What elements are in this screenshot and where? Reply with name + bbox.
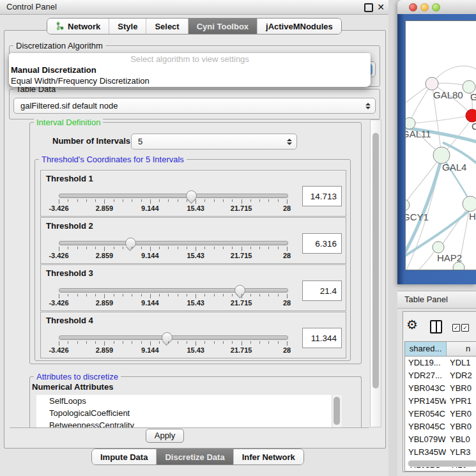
zoom-traffic-light-icon[interactable]	[432, 3, 440, 12]
tab-network[interactable]: Network	[47, 19, 109, 34]
table-row[interactable]: YLR345WYLR3	[405, 446, 476, 459]
threshold-label: Threshold 1	[46, 174, 93, 183]
cell-name[interactable]: YER0	[446, 408, 476, 420]
network-edge	[410, 84, 432, 123]
bottom-tab-bar: Impute DataDiscretize DataInfer Network	[91, 449, 304, 465]
threshold-3-slider[interactable]	[59, 288, 288, 293]
scrollbar-thumb[interactable]	[372, 133, 379, 388]
table-data-combo[interactable]: galFiltered.sif default node	[13, 98, 376, 114]
tick-label: 2.859	[96, 346, 114, 354]
scrollbar-thumb[interactable]	[334, 397, 340, 425]
slider-tick-labels: -3.4262.8599.14415.4321.71528	[59, 252, 287, 260]
threshold-4-value[interactable]: 11.344	[302, 328, 342, 348]
table-row[interactable]: YBR043CYBR0	[405, 382, 476, 395]
table-row[interactable]: YBL079WYBL0	[405, 433, 476, 446]
tab-jactivemnodules[interactable]: jActiveMNodules	[257, 19, 341, 34]
control-panel-window: Control Panel ✕ NetworkStyleSelectCyni T…	[0, 0, 388, 476]
tab-label: Impute Data	[100, 452, 148, 462]
close-traffic-light-icon[interactable]	[409, 3, 417, 12]
cyni-toolbox-panel: Discretization Algorithm Select algorith…	[4, 30, 386, 449]
tab-select[interactable]: Select	[146, 19, 187, 34]
cell-shared-name[interactable]: YBR045C	[405, 420, 446, 433]
list-scrollbar[interactable]	[332, 395, 342, 428]
cell-shared-name[interactable]: YER054C	[405, 408, 446, 420]
table-row[interactable]: YDR27...YDR2	[405, 369, 476, 382]
split-columns-icon[interactable]	[430, 320, 442, 334]
table-row[interactable]: YDL19...YDL1	[405, 357, 476, 369]
settings-scroll-viewport: Interval Definition Number of Intervals …	[10, 115, 369, 428]
tick-label: 21.715	[231, 346, 252, 354]
close-icon[interactable]: ✕	[377, 0, 385, 14]
apply-button[interactable]: Apply	[146, 429, 184, 443]
attribute-item-topologicalcoefficient[interactable]: TopologicalCoefficient	[36, 407, 342, 419]
node-label: H	[469, 211, 476, 222]
float-window-icon[interactable]	[364, 3, 373, 12]
checkbox-icon[interactable]: ✓	[452, 324, 460, 332]
cell-name[interactable]: YBR0	[446, 420, 476, 433]
bottom-tab-impute-data[interactable]: Impute Data	[92, 449, 156, 464]
bottom-tab-infer-network[interactable]: Infer Network	[233, 449, 303, 464]
column-header-shared-name[interactable]: shared...	[405, 342, 447, 356]
threshold-2-value[interactable]: 6.316	[302, 233, 342, 254]
node-c[interactable]	[466, 109, 476, 122]
dropdown-item-manual-discretization[interactable]: Manual Discretization	[9, 65, 371, 75]
minimize-traffic-light-icon[interactable]	[420, 3, 429, 12]
cell-shared-name[interactable]: YBL079W	[405, 433, 446, 446]
node-gal80[interactable]	[426, 77, 438, 90]
checkbox-icon[interactable]: ✓	[461, 324, 469, 332]
threshold-1-slider[interactable]	[59, 194, 288, 198]
network-canvas[interactable]: GAL80G.CGAL11GAL4GCY1HHAP2	[405, 20, 476, 270]
tab-style[interactable]: Style	[109, 19, 146, 34]
attribute-item-betweennesscentrality[interactable]: BetweennessCentrality	[36, 419, 342, 428]
slider-tick-labels: -3.4262.8599.14415.4321.71528	[59, 346, 287, 355]
scrollbar-thumb[interactable]	[408, 461, 476, 466]
combo-stepper-icon[interactable]	[365, 103, 371, 109]
node-label: C	[472, 121, 476, 132]
tick-label: -3.426	[49, 299, 68, 307]
cell-shared-name[interactable]: YDL19...	[405, 357, 446, 369]
table-row[interactable]: YER054CYER0	[405, 408, 476, 420]
gear-icon[interactable]: ⚙	[406, 317, 418, 332]
threshold-4-slider[interactable]	[59, 335, 288, 340]
tab-label: Cyni Toolbox	[197, 22, 249, 31]
cell-shared-name[interactable]: YLR345W	[405, 446, 446, 459]
cell-name[interactable]: YPR1	[446, 395, 476, 408]
cell-name[interactable]: YBL0	[446, 433, 476, 446]
dropdown-item-equal-width-frequency-discretization[interactable]: Equal Width/Frequency Discretization	[9, 75, 371, 86]
cell-shared-name[interactable]: YBR043C	[405, 382, 446, 395]
network-window-titlebar	[397, 0, 476, 15]
number-of-intervals-combo[interactable]: 5	[131, 134, 297, 150]
cell-name[interactable]: YLR3	[446, 446, 476, 459]
cell-name[interactable]: YDL1	[446, 357, 476, 369]
node-gcy1[interactable]	[406, 199, 410, 211]
thresholds-group: Threshold's Coordinates for 5 Intervals …	[35, 159, 351, 361]
cell-shared-name[interactable]: YDR27...	[405, 369, 446, 382]
threshold-3-panel: Threshold 3-3.4262.8599.14415.4321.71528…	[40, 265, 346, 311]
table-panel-title: Table Panel	[404, 291, 448, 308]
threshold-1-value[interactable]: 14.713	[302, 186, 342, 206]
bottom-tab-discretize-data[interactable]: Discretize Data	[156, 449, 233, 464]
tab-cyni-toolbox[interactable]: Cyni Toolbox	[188, 19, 257, 34]
tick-label: 21.715	[231, 204, 252, 212]
cell-name[interactable]: YBR0	[446, 382, 476, 395]
tick-label: 15.43	[187, 346, 204, 354]
table-header-row: shared... n	[405, 342, 476, 357]
dropdown-hint: Select algorithm to view settings	[9, 54, 371, 65]
table-row[interactable]: YBR045CYBR0	[405, 420, 476, 433]
cell-shared-name[interactable]: YPR145W	[405, 395, 446, 408]
panel-vertical-scrollbar[interactable]	[370, 119, 381, 427]
cell-name[interactable]: YDR2	[446, 369, 476, 382]
node-h[interactable]	[463, 196, 476, 211]
threshold-3-value[interactable]: 21.4	[302, 280, 342, 301]
network-desktop: GAL80G.CGAL11GAL4GCY1HHAP2	[397, 14, 476, 284]
combo-stepper-icon[interactable]	[287, 139, 292, 145]
threshold-2-slider[interactable]	[59, 241, 288, 245]
attribute-item-selfloops[interactable]: SelfLoops	[36, 395, 342, 407]
node-gal11[interactable]	[406, 118, 415, 129]
network-edge	[410, 116, 467, 123]
table-row[interactable]: YPR145WYPR1	[405, 395, 476, 408]
table-horizontal-scrollbar[interactable]	[408, 460, 476, 467]
node-hap2[interactable]	[433, 242, 444, 253]
column-header-name[interactable]: n	[447, 342, 476, 356]
slider-ticks	[59, 294, 287, 299]
